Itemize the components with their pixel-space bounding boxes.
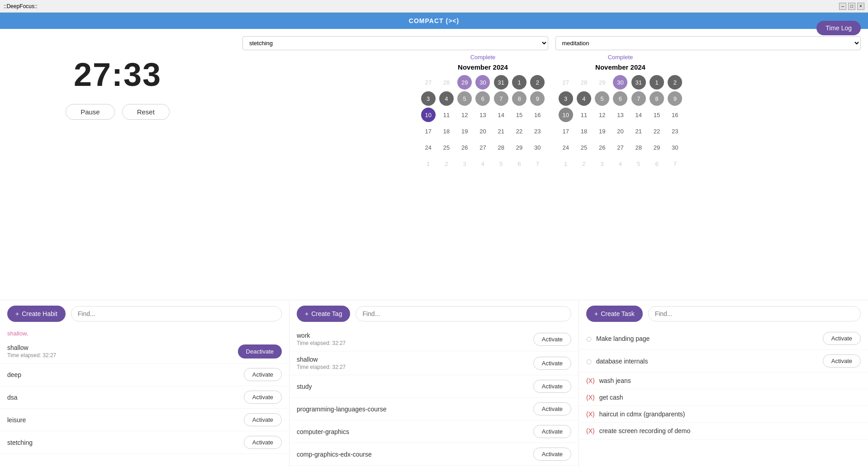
calendar-day[interactable]: 23 xyxy=(668,124,682,138)
calendar-day[interactable]: 8 xyxy=(512,91,526,106)
calendar-day[interactable]: 26 xyxy=(595,140,609,155)
calendar-day[interactable]: 14 xyxy=(631,108,646,122)
calendar-day[interactable]: 12 xyxy=(595,108,609,122)
calendar-day[interactable]: 1 xyxy=(650,75,664,90)
calendar-day[interactable]: 30 xyxy=(613,75,627,90)
calendar-day[interactable]: 19 xyxy=(457,124,472,138)
calendar-day[interactable]: 21 xyxy=(631,124,646,138)
time-log-button[interactable]: Time Log xyxy=(816,21,861,35)
calendar-day[interactable]: 6 xyxy=(650,156,664,171)
minimize-button[interactable]: – xyxy=(839,3,846,10)
calendar-day[interactable]: 27 xyxy=(559,75,573,90)
calendar-day[interactable]: 29 xyxy=(595,75,609,90)
calendar-day[interactable]: 7 xyxy=(494,91,508,106)
cal2-grid: 2728293031123456789101112131415161718192… xyxy=(557,75,684,171)
calendar-day[interactable]: 24 xyxy=(559,140,573,155)
calendar-day[interactable]: 14 xyxy=(494,108,508,122)
close-button[interactable]: × xyxy=(857,3,864,10)
calendar-day[interactable]: 10 xyxy=(559,108,573,122)
calendar-day[interactable]: 17 xyxy=(421,124,436,138)
calendar-day[interactable]: 5 xyxy=(631,156,646,171)
calendar-day[interactable]: 16 xyxy=(668,108,682,122)
calendar-day[interactable]: 25 xyxy=(577,140,591,155)
complete-link-2[interactable]: Complete xyxy=(557,54,684,61)
calendar-day[interactable]: 7 xyxy=(530,156,545,171)
calendar-day[interactable]: 4 xyxy=(475,156,490,171)
calendar-day[interactable]: 27 xyxy=(613,140,627,155)
calendar-day[interactable]: 31 xyxy=(631,75,646,90)
cal2-title: November 2024 xyxy=(557,63,684,71)
calendar-day[interactable]: 4 xyxy=(439,91,454,106)
calendar-day[interactable]: 26 xyxy=(457,140,472,155)
calendar-day[interactable]: 4 xyxy=(613,156,627,171)
calendar-day[interactable]: 11 xyxy=(439,108,454,122)
habit-select-2[interactable]: meditation xyxy=(555,36,861,50)
calendar-day[interactable]: 8 xyxy=(650,91,664,106)
calendar-day[interactable]: 6 xyxy=(475,91,490,106)
calendar-day[interactable]: 17 xyxy=(559,124,573,138)
calendar-day[interactable]: 3 xyxy=(595,156,609,171)
calendar-day[interactable]: 5 xyxy=(494,156,508,171)
calendar-day[interactable]: 27 xyxy=(421,75,436,90)
restore-button[interactable]: □ xyxy=(848,3,855,10)
calendar-day[interactable]: 11 xyxy=(577,108,591,122)
calendar-day[interactable]: 2 xyxy=(668,75,682,90)
calendar-day[interactable]: 31 xyxy=(494,75,508,90)
calendar-day[interactable]: 15 xyxy=(650,108,664,122)
calendar-day[interactable]: 23 xyxy=(530,124,545,138)
calendar-day[interactable]: 30 xyxy=(668,140,682,155)
calendar-day[interactable]: 5 xyxy=(595,91,609,106)
calendar-day[interactable]: 1 xyxy=(559,156,573,171)
habit-dropdowns: stetching meditation xyxy=(242,36,861,50)
calendar-day[interactable]: 3 xyxy=(457,156,472,171)
calendar-day[interactable]: 20 xyxy=(475,124,490,138)
calendar-day[interactable]: 28 xyxy=(631,140,646,155)
calendar-day[interactable]: 22 xyxy=(512,124,526,138)
calendar-day[interactable]: 13 xyxy=(613,108,627,122)
calendar-day[interactable]: 22 xyxy=(650,124,664,138)
calendar-day[interactable]: 28 xyxy=(439,75,454,90)
calendar-day[interactable]: 15 xyxy=(512,108,526,122)
calendar-day[interactable]: 2 xyxy=(439,156,454,171)
calendar-day[interactable]: 27 xyxy=(475,140,490,155)
calendar-day[interactable]: 12 xyxy=(457,108,472,122)
calendar-day[interactable]: 7 xyxy=(631,91,646,106)
calendar-day[interactable]: 6 xyxy=(613,91,627,106)
calendar-day[interactable]: 20 xyxy=(613,124,627,138)
calendar-day[interactable]: 7 xyxy=(668,156,682,171)
calendar-day[interactable]: 13 xyxy=(475,108,490,122)
top-bar: COMPACT (><) xyxy=(0,13,868,29)
calendar-day[interactable]: 25 xyxy=(439,140,454,155)
habit-select-1[interactable]: stetching xyxy=(242,36,548,50)
calendar-day[interactable]: 29 xyxy=(512,140,526,155)
calendar-day[interactable]: 9 xyxy=(668,91,682,106)
timer-display: 27:33 xyxy=(74,56,161,93)
calendar-day[interactable]: 6 xyxy=(512,156,526,171)
calendar-day[interactable]: 4 xyxy=(577,91,591,106)
calendar-day[interactable]: 29 xyxy=(650,140,664,155)
calendar-day[interactable]: 3 xyxy=(559,91,573,106)
calendar-day[interactable]: 2 xyxy=(577,156,591,171)
calendar-day[interactable]: 2 xyxy=(530,75,545,90)
calendar-day[interactable]: 10 xyxy=(421,108,436,122)
calendar-day[interactable]: 30 xyxy=(475,75,490,90)
calendar-day[interactable]: 18 xyxy=(439,124,454,138)
calendar-day[interactable]: 1 xyxy=(512,75,526,90)
complete-link-1[interactable]: Complete xyxy=(420,54,546,61)
title-bar: ::DeepFocus:: – □ × xyxy=(0,0,868,13)
calendar-day[interactable]: 18 xyxy=(577,124,591,138)
calendar-day[interactable]: 30 xyxy=(530,140,545,155)
calendar-day[interactable]: 3 xyxy=(421,91,436,106)
calendar-day[interactable]: 5 xyxy=(457,91,472,106)
calendar-day[interactable]: 16 xyxy=(530,108,545,122)
reset-button[interactable]: Reset xyxy=(122,104,170,120)
calendar-day[interactable]: 9 xyxy=(530,91,545,106)
calendar-day[interactable]: 24 xyxy=(421,140,436,155)
calendar-day[interactable]: 28 xyxy=(577,75,591,90)
calendar-day[interactable]: 29 xyxy=(457,75,472,90)
pause-button[interactable]: Pause xyxy=(66,104,115,120)
calendar-day[interactable]: 1 xyxy=(421,156,436,171)
calendar-day[interactable]: 28 xyxy=(494,140,508,155)
calendar-day[interactable]: 19 xyxy=(595,124,609,138)
calendar-day[interactable]: 21 xyxy=(494,124,508,138)
